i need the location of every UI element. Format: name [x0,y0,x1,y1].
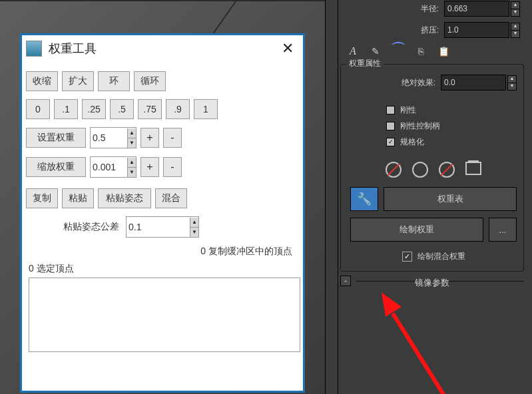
radius-label: 半径: [421,3,439,15]
normalize-label: 规格化 [400,136,424,148]
preset-2-button[interactable]: .25 [82,99,106,119]
rigid-checkbox[interactable] [386,106,395,114]
include-vertex-icon[interactable] [412,162,428,178]
preset-5-button[interactable]: .9 [166,99,190,119]
command-panel: 半径: ▲▼ 挤压: ▲▼ A ✎ ⌒ ⎘ 📋 权重属性 绝对效果: ▲▼ [325,0,532,394]
set-weight-input[interactable] [91,128,127,148]
scale-weight-spinner[interactable]: ▲▼ [90,156,136,178]
viewport-edge [0,0,330,1]
abs-effect-input[interactable] [441,75,506,91]
paint-options-button[interactable]: ... [489,218,517,242]
pencil-icon[interactable]: ✎ [370,45,382,57]
scale-weight-minus-button[interactable]: - [163,157,182,177]
abs-effect-label: 绝对效果: [401,77,435,89]
wrench-icon: 🔧 [357,192,372,206]
scale-weight-button[interactable]: 缩放权重 [26,157,86,177]
dialog-body: 收缩 扩大 环 循环 0 .1 .25 .5 .75 .9 1 设置权重 ▲▼ … [22,62,303,356]
squash-label: 挤压: [421,25,439,36]
radius-input[interactable] [444,1,509,17]
text-a-icon[interactable]: A [347,45,359,57]
tolerance-label: 粘贴姿态公差 [63,221,119,233]
paste-button[interactable]: 粘贴 [62,188,94,208]
squash-input[interactable] [444,22,509,38]
rigid-handle-checkbox[interactable] [386,122,395,130]
spinner-down-icon[interactable]: ▼ [190,227,198,237]
loop-button[interactable]: 循环 [134,71,166,91]
bake-icon[interactable] [465,162,481,175]
weight-tool-dialog: 权重工具 ✕ 收缩 扩大 环 循环 0 .1 .25 .5 .75 .9 1 设… [20,33,305,393]
preset-6-button[interactable]: 1 [194,99,218,119]
spinner-up-icon[interactable]: ▲ [127,128,136,138]
preset-0-button[interactable]: 0 [26,99,50,119]
spinner-down-icon[interactable]: ▼ [127,167,136,177]
scale-weight-plus-button[interactable]: + [140,157,159,177]
radius-spinner[interactable]: ▲▼ [511,1,520,17]
spinner-up-icon[interactable]: ▲ [190,218,198,227]
abs-effect-spinner[interactable]: ▲▼ [507,75,517,91]
collapse-icon[interactable]: - [340,276,351,286]
buffer-info-label: 0 复制缓冲区中的顶点 [26,246,299,258]
set-weight-button[interactable]: 设置权重 [26,128,86,148]
selected-verts-label: 0 选定顶点 [29,263,299,275]
dialog-title: 权重工具 [49,41,278,57]
copy-icon[interactable]: ⎘ [415,45,427,57]
weight-attrs-title: 权重属性 [346,58,384,69]
squash-spinner[interactable]: ▲▼ [511,23,520,38]
preset-4-button[interactable]: .75 [138,99,162,119]
normalize-checkbox[interactable]: ✓ [386,138,395,146]
grow-button[interactable]: 扩大 [62,71,94,91]
shrink-button[interactable]: 收缩 [26,71,58,91]
blend-button[interactable]: 混合 [155,188,187,208]
close-icon[interactable]: ✕ [278,40,298,57]
tolerance-input[interactable] [127,217,190,237]
set-weight-minus-button[interactable]: - [163,128,182,148]
select-excluded-icon[interactable] [439,162,455,178]
paste-pose-button[interactable]: 粘贴姿态 [98,188,151,208]
scale-weight-input[interactable] [91,157,127,177]
mirror-title: 镜像参数 [340,277,524,289]
rigid-handle-label: 刚性控制柄 [400,120,440,132]
tolerance-spinner[interactable]: ▲▼ [126,216,199,238]
set-weight-plus-button[interactable]: + [140,128,159,148]
wrench-button[interactable]: 🔧 [350,187,378,211]
rollout-edge[interactable] [326,0,338,394]
curve-icon[interactable]: ⌒ [392,43,404,55]
copy-button[interactable]: 复制 [26,188,58,208]
preset-3-button[interactable]: .5 [110,99,134,119]
paint-blend-label: 绘制混合权重 [417,251,465,262]
exclude-vertex-icon[interactable] [386,162,401,178]
paste-icon[interactable]: 📋 [437,45,449,57]
ring-button[interactable]: 环 [98,71,130,91]
preset-1-button[interactable]: .1 [54,99,78,119]
spinner-up-icon[interactable]: ▲ [127,158,136,167]
app-icon [26,41,42,57]
dialog-titlebar[interactable]: 权重工具 ✕ [22,35,303,62]
rigid-label: 刚性 [400,104,416,116]
vertex-listbox[interactable] [29,278,300,352]
set-weight-spinner[interactable]: ▲▼ [90,127,136,148]
weight-table-button[interactable]: 权重表 [384,187,517,211]
weight-attrs-group: 权重属性 绝对效果: ▲▼ 刚性 刚性控制柄 ✓ 规格化 [340,64,524,272]
spinner-down-icon[interactable]: ▼ [127,138,136,148]
paint-weights-button[interactable]: 绘制权重 [350,218,483,242]
paint-blend-checkbox[interactable]: ✓ [402,252,412,262]
